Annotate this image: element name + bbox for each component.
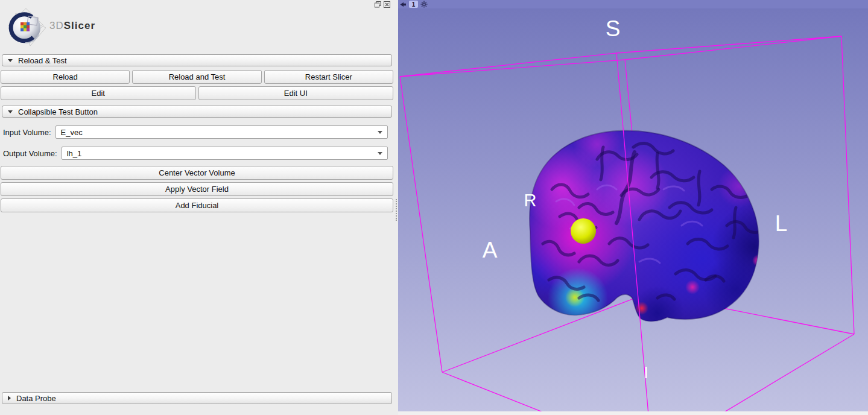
orientation-label-anterior: A bbox=[483, 238, 498, 262]
output-volume-row: Output Volume: lh_1 bbox=[3, 147, 388, 160]
input-volume-label: Input Volume: bbox=[3, 128, 51, 137]
add-fiducial-button[interactable]: Add Fiducial bbox=[1, 198, 393, 212]
restart-slicer-button[interactable]: Restart Slicer bbox=[264, 70, 393, 84]
section-title: Collapsible Test Button bbox=[18, 107, 98, 116]
chevron-down-icon bbox=[378, 131, 382, 134]
section-header-collapsible-test[interactable]: Collapsible Test Button bbox=[2, 106, 392, 118]
reload-button[interactable]: Reload bbox=[1, 70, 130, 84]
center-vector-volume-button[interactable]: Center Vector Volume bbox=[1, 166, 393, 180]
reload-and-test-button[interactable]: Reload and Test bbox=[132, 70, 261, 84]
panel-window-controls bbox=[375, 1, 390, 8]
panel-splitter[interactable] bbox=[394, 0, 398, 415]
orientation-label-right: R bbox=[524, 191, 537, 210]
orientation-label-superior: S bbox=[606, 16, 621, 41]
output-volume-combobox[interactable]: lh_1 bbox=[62, 147, 388, 160]
collapsed-arrow-icon bbox=[8, 396, 11, 401]
threed-viewport[interactable]: S R A L I bbox=[398, 8, 868, 411]
section-title: Reload & Test bbox=[18, 56, 67, 65]
view-options-gear-icon[interactable] bbox=[420, 1, 428, 8]
view-bottom-strip bbox=[398, 411, 868, 415]
splitter-handle bbox=[396, 199, 397, 221]
slicer-logo-mark bbox=[4, 7, 48, 48]
edit-ui-button[interactable]: Edit UI bbox=[198, 86, 394, 100]
brain-model bbox=[514, 120, 796, 340]
brand-slicer: Slicer bbox=[64, 20, 95, 31]
brand-3d: 3D bbox=[49, 20, 64, 31]
pin-icon[interactable] bbox=[400, 1, 407, 8]
output-volume-label: Output Volume: bbox=[3, 149, 57, 158]
threed-scene: S R A L I bbox=[398, 8, 868, 411]
slicer-logo: 3DSlicer bbox=[4, 7, 394, 48]
input-volume-value: E_vec bbox=[61, 128, 378, 137]
threed-view: 1 bbox=[398, 0, 868, 415]
section-header-reload-test[interactable]: Reload & Test bbox=[2, 54, 392, 66]
view-label[interactable]: 1 bbox=[409, 1, 418, 8]
orientation-label-left: L bbox=[775, 211, 788, 236]
chevron-down-icon bbox=[378, 152, 382, 155]
input-volume-combobox[interactable]: E_vec bbox=[55, 125, 388, 139]
view-controller-bar: 1 bbox=[398, 0, 868, 8]
edit-button-row: Edit Edit UI bbox=[1, 86, 393, 100]
orientation-label-inferior: I bbox=[644, 364, 648, 382]
reload-button-row: Reload Reload and Test Restart Slicer bbox=[1, 70, 393, 84]
input-volume-row: Input Volume: E_vec bbox=[3, 125, 388, 139]
section-header-data-probe[interactable]: Data Probe bbox=[2, 392, 392, 404]
slicer-brand-text: 3DSlicer bbox=[49, 20, 95, 32]
module-panel: 3DSlicer Reload & Test Reload Reload and… bbox=[0, 0, 394, 415]
collapse-arrow-icon bbox=[8, 59, 13, 62]
fiducial-marker[interactable] bbox=[571, 218, 596, 244]
edit-button[interactable]: Edit bbox=[1, 86, 196, 100]
output-volume-value: lh_1 bbox=[67, 149, 378, 158]
section-title: Data Probe bbox=[16, 394, 56, 403]
float-window-icon[interactable] bbox=[375, 1, 381, 8]
close-icon[interactable] bbox=[384, 1, 390, 8]
collapse-arrow-icon bbox=[8, 110, 13, 113]
apply-vector-field-button[interactable]: Apply Vector Field bbox=[1, 182, 393, 196]
